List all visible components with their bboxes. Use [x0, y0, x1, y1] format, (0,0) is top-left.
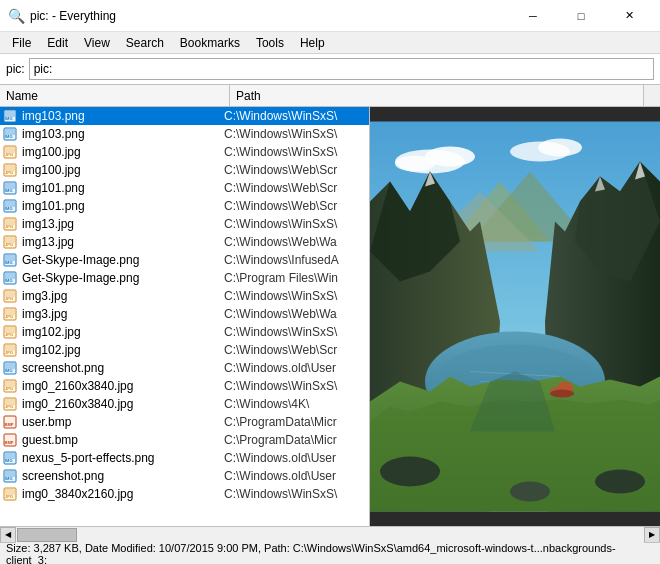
- menu-item-tools[interactable]: Tools: [248, 33, 292, 53]
- file-path: C:\Windows\WinSxS\: [218, 145, 367, 159]
- window-controls: ─ □ ✕: [510, 2, 652, 30]
- file-type-icon: IMG: [2, 198, 18, 214]
- file-path: C:\Windows.old\User: [218, 451, 367, 465]
- file-type-icon: JPG: [2, 324, 18, 340]
- search-input[interactable]: [29, 58, 654, 80]
- table-row[interactable]: IMG img101.pngC:\Windows\Web\Scr: [0, 197, 369, 215]
- table-row[interactable]: JPG img0_3840x2160.jpgC:\Windows\WinSxS\: [0, 485, 369, 503]
- file-list[interactable]: IMG img103.pngC:\Windows\WinSxS\ IMG img…: [0, 107, 370, 526]
- column-header-name[interactable]: Name: [0, 85, 230, 106]
- search-label: pic:: [6, 62, 25, 76]
- file-path: C:\Windows.old\User: [218, 361, 367, 375]
- svg-text:JPG: JPG: [5, 296, 13, 301]
- table-row[interactable]: JPG img3.jpgC:\Windows\WinSxS\: [0, 287, 369, 305]
- file-type-icon: JPG: [2, 162, 18, 178]
- file-type-icon: JPG: [2, 306, 18, 322]
- status-text: Size: 3,287 KB, Date Modified: 10/07/201…: [6, 542, 654, 565]
- svg-text:JPG: JPG: [5, 494, 13, 499]
- file-type-icon: IMG: [2, 108, 18, 124]
- file-type-icon: JPG: [2, 342, 18, 358]
- table-row[interactable]: IMG Get-Skype-Image.pngC:\Windows\Infuse…: [0, 251, 369, 269]
- file-type-icon: JPG: [2, 234, 18, 250]
- file-name: img100.jpg: [22, 163, 218, 177]
- file-path: C:\Windows\WinSxS\: [218, 325, 367, 339]
- scroll-track[interactable]: [16, 527, 644, 543]
- menu-item-search[interactable]: Search: [118, 33, 172, 53]
- svg-text:JPG: JPG: [5, 332, 13, 337]
- file-type-icon: IMG: [2, 468, 18, 484]
- table-row[interactable]: IMG nexus_5-port-effects.pngC:\Windows.o…: [0, 449, 369, 467]
- table-row[interactable]: IMG screenshot.pngC:\Windows.old\User: [0, 359, 369, 377]
- app-icon: 🔍: [8, 8, 24, 24]
- file-name: Get-Skype-Image.png: [22, 271, 218, 285]
- title-text: pic: - Everything: [30, 9, 510, 23]
- file-type-icon: IMG: [2, 180, 18, 196]
- table-row[interactable]: JPG img13.jpgC:\Windows\WinSxS\: [0, 215, 369, 233]
- svg-text:IMG: IMG: [5, 188, 13, 193]
- file-name: img0_2160x3840.jpg: [22, 397, 218, 411]
- svg-text:JPG: JPG: [5, 224, 13, 229]
- scroll-left-button[interactable]: ◀: [0, 527, 16, 543]
- menu-item-help[interactable]: Help: [292, 33, 333, 53]
- table-row[interactable]: JPG img0_2160x3840.jpgC:\Windows\WinSxS\: [0, 377, 369, 395]
- table-row[interactable]: IMG img103.pngC:\Windows\WinSxS\: [0, 107, 369, 125]
- status-bar: Size: 3,287 KB, Date Modified: 10/07/201…: [0, 542, 660, 564]
- file-type-icon: JPG: [2, 144, 18, 160]
- file-path: C:\ProgramData\Micr: [218, 433, 367, 447]
- file-name: img13.jpg: [22, 217, 218, 231]
- table-row[interactable]: JPG img13.jpgC:\Windows\Web\Wa: [0, 233, 369, 251]
- file-type-icon: IMG: [2, 360, 18, 376]
- search-bar: pic:: [0, 54, 660, 85]
- table-row[interactable]: IMG screenshot.pngC:\Windows.old\User: [0, 467, 369, 485]
- table-row[interactable]: BMP guest.bmpC:\ProgramData\Micr: [0, 431, 369, 449]
- table-row[interactable]: JPG img102.jpgC:\Windows\Web\Scr: [0, 341, 369, 359]
- file-name: img102.jpg: [22, 325, 218, 339]
- svg-point-69: [538, 139, 582, 157]
- table-row[interactable]: JPG img102.jpgC:\Windows\WinSxS\: [0, 323, 369, 341]
- table-row[interactable]: IMG img103.pngC:\Windows\WinSxS\: [0, 125, 369, 143]
- file-name: nexus_5-port-effects.png: [22, 451, 218, 465]
- file-type-icon: JPG: [2, 486, 18, 502]
- table-row[interactable]: JPG img100.jpgC:\Windows\Web\Scr: [0, 161, 369, 179]
- file-type-icon: JPG: [2, 378, 18, 394]
- table-row[interactable]: JPG img100.jpgC:\Windows\WinSxS\: [0, 143, 369, 161]
- file-type-icon: IMG: [2, 450, 18, 466]
- table-row[interactable]: BMP user.bmpC:\ProgramData\Micr: [0, 413, 369, 431]
- menu-item-file[interactable]: File: [4, 33, 39, 53]
- maximize-button[interactable]: □: [558, 2, 604, 30]
- table-row[interactable]: JPG img0_2160x3840.jpgC:\Windows\4K\: [0, 395, 369, 413]
- file-name: img0_3840x2160.jpg: [22, 487, 218, 501]
- menu-item-view[interactable]: View: [76, 33, 118, 53]
- file-name: img3.jpg: [22, 289, 218, 303]
- column-headers: Name Path: [0, 85, 660, 107]
- svg-text:JPG: JPG: [5, 404, 13, 409]
- svg-text:IMG: IMG: [5, 476, 13, 481]
- file-name: img103.png: [22, 127, 218, 141]
- file-path: C:\Windows.old\User: [218, 469, 367, 483]
- scroll-thumb[interactable]: [17, 528, 77, 542]
- table-row[interactable]: IMG Get-Skype-Image.pngC:\Program Files\…: [0, 269, 369, 287]
- minimize-button[interactable]: ─: [510, 2, 556, 30]
- table-row[interactable]: IMG img101.pngC:\Windows\Web\Scr: [0, 179, 369, 197]
- menu-item-edit[interactable]: Edit: [39, 33, 76, 53]
- landscape-image: [370, 107, 660, 526]
- file-path: C:\Windows\WinSxS\: [218, 289, 367, 303]
- file-path: C:\Windows\WinSxS\: [218, 217, 367, 231]
- svg-text:JPG: JPG: [5, 314, 13, 319]
- file-path: C:\Windows\WinSxS\: [218, 109, 367, 123]
- file-name: user.bmp: [22, 415, 218, 429]
- file-type-icon: JPG: [2, 396, 18, 412]
- svg-text:JPG: JPG: [5, 152, 13, 157]
- file-name: img103.png: [22, 109, 218, 123]
- title-bar: 🔍 pic: - Everything ─ □ ✕: [0, 0, 660, 32]
- scroll-right-button[interactable]: ▶: [644, 527, 660, 543]
- file-path: C:\Program Files\Win: [218, 271, 367, 285]
- file-path: C:\Windows\Web\Wa: [218, 307, 367, 321]
- table-row[interactable]: JPG img3.jpgC:\Windows\Web\Wa: [0, 305, 369, 323]
- file-type-icon: IMG: [2, 252, 18, 268]
- svg-text:IMG: IMG: [5, 116, 13, 121]
- column-header-path[interactable]: Path: [230, 85, 644, 106]
- close-button[interactable]: ✕: [606, 2, 652, 30]
- menu-item-bookmarks[interactable]: Bookmarks: [172, 33, 248, 53]
- horizontal-scrollbar[interactable]: ◀ ▶: [0, 526, 660, 542]
